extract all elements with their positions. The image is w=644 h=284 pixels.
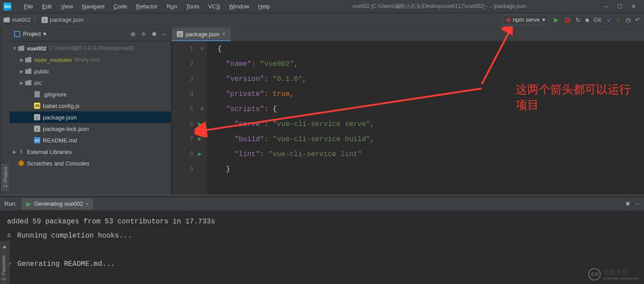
- locate-button[interactable]: ⊕: [130, 31, 136, 38]
- close-button[interactable]: ✕: [631, 3, 636, 10]
- line-8[interactable]: 8▶: [171, 147, 194, 162]
- line-7[interactable]: 7▶: [171, 132, 194, 147]
- run-script-serve: ▶: [198, 117, 202, 132]
- run-button[interactable]: ▶: [554, 16, 559, 24]
- main-area: 1: Project Project ▾ ⊕ ≑ ✱ ─ vue002 C:\U…: [0, 27, 644, 195]
- menu-navigate[interactable]: Navigate: [77, 1, 109, 12]
- tree-package[interactable]: ▶{} package.json: [10, 111, 171, 123]
- git-label: Git:: [594, 16, 602, 23]
- line-3: 3: [171, 72, 194, 87]
- menu-view[interactable]: View: [56, 1, 77, 12]
- line-4: 4: [171, 87, 194, 102]
- menu-tools[interactable]: Tools: [182, 1, 204, 12]
- breadcrumb-sep: 〉: [33, 15, 40, 24]
- menu-help[interactable]: Help: [254, 1, 274, 12]
- watermark: CX 创新互联 CHUANG XINHULIAN: [588, 268, 639, 280]
- tree-src[interactable]: src: [10, 77, 171, 88]
- npm-icon: ▣: [506, 17, 511, 23]
- git-update-button[interactable]: ↙: [607, 16, 612, 23]
- json-icon: {}: [177, 31, 183, 37]
- run-tab-label: Generating vue002: [34, 200, 83, 207]
- close-tab-button[interactable]: ×: [222, 31, 225, 37]
- window-controls: ─ ☐ ✕: [604, 3, 640, 10]
- minimize-button[interactable]: ─: [604, 3, 608, 10]
- navbar: vue002 〉 {} package.json ▣ npm serve ▾ ▶…: [0, 13, 644, 27]
- menu-edit[interactable]: Edit: [38, 1, 56, 12]
- tree-node-modules[interactable]: node_modules library root: [10, 54, 171, 65]
- git-commit-button[interactable]: ✓: [616, 16, 621, 23]
- coverage-button[interactable]: ↻: [575, 16, 581, 23]
- play-icon: ▶: [26, 200, 31, 208]
- collapse-button[interactable]: ≑: [141, 31, 146, 38]
- project-tree[interactable]: vue002 C:\Users\编程小石头\Desktop\vue01 node…: [10, 42, 171, 195]
- breadcrumb-root[interactable]: vue002: [4, 16, 31, 23]
- tab-favorites[interactable]: 2: Favorites: [1, 255, 9, 280]
- watermark-sub: CHUANG XINHULIAN: [603, 276, 639, 280]
- gutter: 1 2 3 4 5 6▶ 7▶ 8▶ 9: [171, 42, 198, 195]
- tree-readme[interactable]: ▶MD README.md: [10, 134, 171, 146]
- left-gutter-tabs: 1: Project: [0, 27, 10, 195]
- breadcrumb-root-label: vue002: [12, 16, 31, 23]
- json-icon: {}: [42, 17, 48, 23]
- run-script-lint: ▶: [198, 147, 202, 162]
- tree-external-libraries[interactable]: ⫴ External Libraries: [10, 146, 171, 157]
- maximize-button[interactable]: ☐: [617, 3, 622, 10]
- close-run-tab[interactable]: ×: [86, 201, 88, 207]
- menu-vcs[interactable]: VCS: [204, 1, 225, 12]
- project-title-label: Project: [23, 31, 41, 37]
- editor-tab-package[interactable]: {} package.json ×: [171, 28, 231, 41]
- tree-gitignore[interactable]: ▶ .gitignore: [10, 88, 171, 100]
- editor: {} package.json × 1 2 3 4 5 6▶ 7▶ 8▶ 9 ⊟…: [171, 27, 644, 195]
- line-6[interactable]: 6▶: [171, 117, 194, 132]
- chevron-down-icon: ▾: [542, 16, 545, 23]
- project-header: Project ▾ ⊕ ≑ ✱ ─: [10, 27, 171, 42]
- project-panel: Project ▾ ⊕ ≑ ✱ ─ vue002 C:\Users\编程小石头\…: [10, 27, 171, 195]
- breadcrumb-file-label: package.json: [50, 16, 84, 23]
- menu-refactor[interactable]: Refactor: [132, 1, 162, 12]
- stop-button[interactable]: ■: [585, 16, 589, 23]
- run-script-build: ▶: [198, 132, 202, 147]
- tree-scratches[interactable]: ▶ Scratches and Consoles: [10, 157, 171, 169]
- watermark-brand: 创新互联: [603, 269, 639, 276]
- console-line-3: Generating README.md...: [17, 257, 115, 271]
- console-line-2: Running completion hooks...: [17, 229, 132, 243]
- left-bottom-tabs: 2: Favorites ★: [0, 241, 10, 284]
- tree-public[interactable]: public: [10, 65, 171, 77]
- chevron-down-icon: ▾: [43, 31, 46, 37]
- tree-package-lock[interactable]: ▶{} package-lock.json: [10, 123, 171, 134]
- run-tool-window: Run: ▶ Generating vue002 × ✱ ─ added 59 …: [0, 197, 644, 275]
- tab-project[interactable]: 1: Project: [1, 164, 9, 191]
- history-button[interactable]: ◷: [625, 16, 631, 23]
- folder-icon: [4, 17, 10, 23]
- menu-file[interactable]: File: [19, 1, 38, 12]
- revert-button[interactable]: ↶: [635, 16, 640, 23]
- line-5: 5: [171, 102, 194, 117]
- menu-run[interactable]: Run: [162, 1, 182, 12]
- run-tab[interactable]: ▶ Generating vue002 ×: [22, 198, 93, 210]
- project-icon: [14, 31, 20, 37]
- app-icon: WS: [4, 3, 11, 11]
- line-2: 2: [171, 57, 194, 72]
- code-area[interactable]: { "name": "vue002", "version": "0.1.0", …: [207, 42, 644, 195]
- console-output[interactable]: added 59 packages from 53 contributors i…: [0, 211, 644, 275]
- watermark-logo: CX: [588, 268, 601, 280]
- breadcrumb-file[interactable]: {} package.json: [42, 16, 84, 23]
- editor-body[interactable]: 1 2 3 4 5 6▶ 7▶ 8▶ 9 ⊟⊟ { "name": "vue00…: [171, 42, 644, 195]
- tree-root[interactable]: vue002 C:\Users\编程小石头\Desktop\vue01: [10, 42, 171, 54]
- menu-window[interactable]: Window: [225, 1, 254, 12]
- settings-button[interactable]: ✱: [152, 31, 157, 38]
- star-icon: ★: [1, 244, 9, 250]
- hide-button[interactable]: ─: [162, 31, 167, 38]
- run-config-dropdown[interactable]: ▣ npm serve ▾: [502, 15, 550, 25]
- debug-button[interactable]: 🐞: [564, 16, 571, 23]
- run-settings-button[interactable]: ✱: [625, 200, 630, 207]
- tree-babel[interactable]: ▶JS babel.config.js: [10, 100, 171, 111]
- menu-code[interactable]: Code: [109, 1, 132, 12]
- run-config-label: npm serve: [513, 16, 540, 23]
- project-title-dropdown[interactable]: Project ▾: [14, 31, 46, 37]
- console-line-1: added 59 packages from 53 contributors i…: [7, 215, 215, 229]
- menu-items: File Edit View Navigate Code Refactor Ru…: [19, 1, 274, 12]
- run-hide-button[interactable]: ─: [636, 200, 640, 207]
- line-1: 1: [171, 42, 194, 57]
- menubar: WS File Edit View Navigate Code Refactor…: [0, 0, 644, 13]
